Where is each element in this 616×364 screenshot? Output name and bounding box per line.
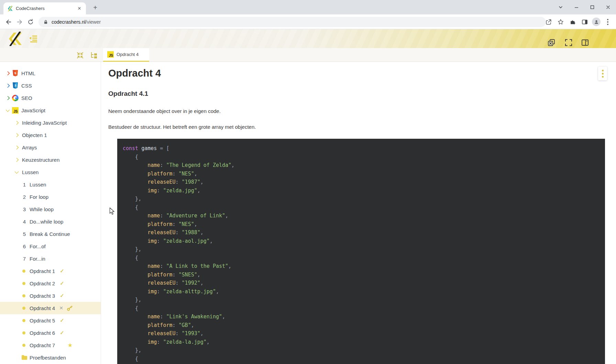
page-title: Opdracht 4	[108, 67, 616, 79]
url-host: codecrashers.nl	[52, 19, 86, 25]
window-minimize-button[interactable]	[569, 0, 584, 14]
sidebar-item-for-of[interactable]: 6For...of	[0, 240, 101, 252]
star-icon: ★	[67, 342, 73, 349]
bullet-icon	[22, 319, 25, 322]
check-icon: ✓	[60, 293, 64, 299]
sidebar-item-opdracht-4[interactable]: Opdracht 4✕	[0, 302, 101, 314]
js-file-icon: JS	[107, 51, 114, 58]
chevron-down-icon[interactable]	[13, 169, 20, 175]
active-tab-label: Opdracht 4	[117, 52, 139, 57]
compress-arrows-icon[interactable]	[76, 52, 84, 59]
tab-opdracht-4[interactable]: JS Opdracht 4	[103, 48, 149, 62]
sidebar-item-for-loop[interactable]: 2For loop	[0, 191, 101, 203]
sidebar-item-opdracht-5[interactable]: Opdracht 5✓	[0, 314, 101, 327]
chevron-right-icon[interactable]	[4, 82, 11, 89]
tab-close-icon[interactable]: ✕	[76, 5, 82, 12]
lesson-paragraph: Neem onderstaande object over in je eige…	[108, 108, 616, 115]
check-icon: ✓	[60, 280, 64, 286]
sidebar-item-seo[interactable]: SEO	[0, 92, 101, 104]
lesson-menu-kebab-icon[interactable]	[598, 67, 607, 80]
code-line: {	[123, 153, 600, 161]
code-line: releaseEU: "1992",	[123, 279, 600, 287]
chevron-right-icon[interactable]	[4, 70, 11, 77]
code-line: {	[123, 355, 600, 363]
sidebar-item-lussen[interactable]: Lussen	[0, 166, 101, 178]
chevron-down-icon[interactable]	[4, 107, 11, 114]
forward-icon[interactable]	[15, 18, 24, 26]
bullet-icon	[22, 344, 25, 347]
code-line: const games = [	[123, 144, 600, 153]
sidebar-item-label: Objecten 1	[22, 132, 47, 138]
sidebar-item-label: Opdracht 1	[30, 268, 55, 274]
sidebar-item-javascript[interactable]: JSJavaScript	[0, 104, 101, 116]
chevron-right-icon[interactable]	[4, 94, 11, 101]
sidebar-item-for-in[interactable]: 7For...in	[0, 252, 101, 265]
back-icon[interactable]	[4, 18, 13, 26]
sidebar-item-label: Opdracht 2	[30, 281, 55, 286]
close-icon[interactable]: ✕	[59, 305, 63, 311]
sidebar-item-opdracht-1[interactable]: Opdracht 1✓	[0, 265, 101, 277]
extensions-puzzle-icon[interactable]	[568, 17, 578, 27]
side-panel-icon[interactable]	[580, 17, 590, 27]
sidebar-item-opdracht-2[interactable]: Opdracht 2✓	[0, 277, 101, 289]
lesson-number: 5	[22, 231, 27, 237]
sidebar-item-opdracht-7[interactable]: Opdracht 7★	[0, 339, 101, 351]
code-line: platform: "NES",	[123, 220, 600, 229]
bullet-icon	[22, 331, 25, 334]
section-title: Opdracht 4.1	[108, 90, 616, 98]
key-icon[interactable]	[67, 305, 73, 311]
sidebar-item-break-continue[interactable]: 5Break & Continue	[0, 228, 101, 240]
window-maximize-button[interactable]	[584, 0, 600, 14]
code-line: platform: "GB",	[123, 321, 600, 330]
svg-text:3: 3	[14, 84, 16, 87]
share-icon[interactable]	[544, 17, 553, 27]
window-close-button[interactable]	[600, 0, 616, 14]
code-block[interactable]: const games = [ { name: "The Legend of Z…	[117, 139, 605, 364]
sidebar-item-inleiding-javascript[interactable]: Inleiding JavaScript	[0, 116, 101, 129]
chevron-right-icon[interactable]	[13, 132, 20, 138]
sidebar-tree: 5HTML3CSSSEOJSJavaScriptInleiding JavaSc…	[0, 67, 101, 364]
sidebar-item-proefbestanden[interactable]: Proefbestanden	[0, 351, 101, 364]
profile-icon[interactable]	[592, 18, 601, 26]
layout-columns-icon[interactable]	[581, 38, 589, 47]
code-line: },	[123, 195, 600, 203]
tree-structure-icon[interactable]	[90, 52, 98, 59]
sidebar-item-label: SEO	[21, 95, 32, 101]
sidebar-item-do-while-loop[interactable]: 4Do...while loop	[0, 215, 101, 228]
sidebar-item-label: Proefbestanden	[30, 355, 66, 361]
url-bar[interactable]: codecrashers.nl/viewer	[38, 17, 546, 27]
chevron-right-icon[interactable]	[13, 156, 20, 163]
mouse-cursor	[109, 207, 114, 216]
sidebar-item-label: While loop	[30, 206, 54, 212]
collapse-menu-icon[interactable]	[29, 35, 38, 43]
google-icon	[12, 94, 19, 101]
codecrashers-logo[interactable]	[6, 32, 25, 46]
sidebar-item-html[interactable]: 5HTML	[0, 67, 101, 79]
bullet-icon	[22, 282, 25, 285]
browser-menu-kebab-icon[interactable]	[603, 17, 613, 27]
sidebar-item-css[interactable]: 3CSS	[0, 79, 101, 92]
sidebar-item-arrays[interactable]: Arrays	[0, 141, 101, 153]
sidebar-item-opdracht-3[interactable]: Opdracht 3✓	[0, 289, 101, 302]
bookmark-star-icon[interactable]	[556, 17, 565, 27]
sidebar-item-label: Opdracht 3	[30, 293, 55, 299]
new-tab-button[interactable]: +	[91, 3, 100, 12]
chevron-right-icon[interactable]	[13, 144, 20, 151]
sidebar-item-while-loop[interactable]: 3While loop	[0, 203, 101, 215]
tab-search-chevron-icon[interactable]	[553, 0, 569, 14]
sidebar-item-label: Arrays	[22, 145, 37, 150]
close-panels-icon[interactable]	[547, 38, 556, 47]
browser-tab[interactable]: CodeCrashers ✕	[3, 2, 86, 14]
code-line: img: "zelda-la.jpg",	[123, 338, 600, 346]
sidebar-item-lussen[interactable]: 1Lussen	[0, 178, 101, 191]
chevron-right-icon[interactable]	[13, 119, 20, 126]
sidebar-item-opdracht-6[interactable]: Opdracht 6✓	[0, 327, 101, 339]
sidebar-item-objecten-1[interactable]: Objecten 1	[0, 129, 101, 141]
sidebar-item-keuzestructuren[interactable]: Keuzestructuren	[0, 153, 101, 166]
svg-text:5: 5	[14, 71, 16, 75]
sidebar-item-label: HTML	[21, 70, 35, 76]
code-line: {	[123, 254, 600, 262]
reload-icon[interactable]	[26, 18, 35, 26]
fullscreen-icon[interactable]	[564, 38, 573, 47]
code-line: name: "Adventure of Link",	[123, 212, 600, 220]
